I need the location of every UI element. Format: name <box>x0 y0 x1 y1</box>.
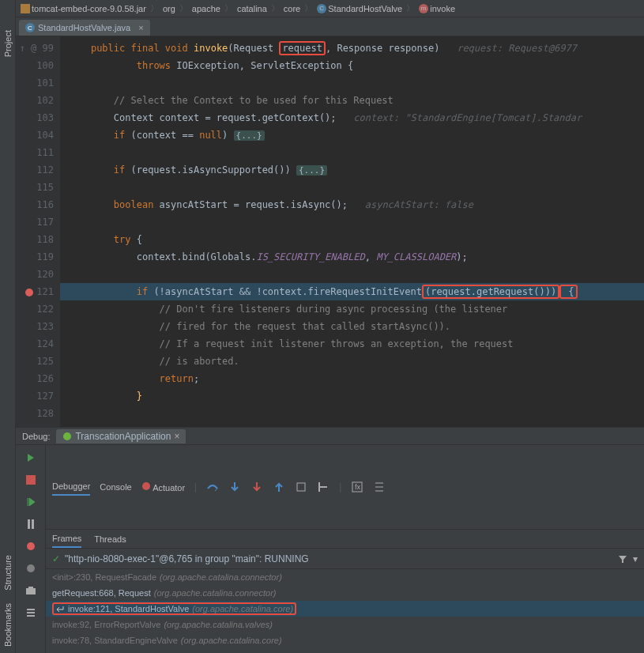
pause-button[interactable] <box>23 516 39 532</box>
camera-button[interactable] <box>23 583 39 598</box>
run-to-cursor-icon[interactable] <box>317 481 330 493</box>
bc-6[interactable]: invoke <box>430 4 455 13</box>
check-icon: ✓ <box>52 553 60 564</box>
svg-rect-2 <box>28 519 30 529</box>
tab-file[interactable]: C StandardHostValve.java × <box>19 20 150 36</box>
highlight-request-param: request <box>279 41 326 55</box>
debug-label: Debug: <box>22 432 50 441</box>
resume-button[interactable] <box>23 494 39 510</box>
frames-list: <init>:230, RequestFacade (org.apache.ca… <box>46 569 644 653</box>
close-icon[interactable]: × <box>174 431 179 442</box>
frame-row[interactable]: invoke:78, StandardEngineValve (org.apac… <box>46 632 644 648</box>
tab-threads[interactable]: Threads <box>94 531 126 547</box>
bc-0[interactable]: tomcat-embed-core-9.0.58.jar <box>32 4 146 13</box>
class-icon: C <box>317 4 326 13</box>
left-sidebar: Project Structure Bookmarks <box>0 0 16 653</box>
bc-5[interactable]: StandardHostValve <box>328 4 402 13</box>
rerun-button[interactable] <box>23 450 39 466</box>
svg-rect-12 <box>297 483 305 491</box>
spring-icon <box>62 432 72 441</box>
mute-breakpoints-button[interactable] <box>23 561 39 576</box>
svg-rect-8 <box>27 609 35 610</box>
step-into-icon[interactable] <box>228 481 241 493</box>
gutter: ↑ @ 99 100 101 102 103 104 111 112 115 1… <box>16 36 60 427</box>
step-over-icon[interactable] <box>206 481 219 493</box>
sidebar-structure[interactable]: Structure <box>0 549 15 597</box>
tab-label: StandardHostValve.java <box>38 23 130 32</box>
tab-debugger[interactable]: Debugger <box>52 478 90 496</box>
debug-run-tab[interactable]: TranscationApplication × <box>56 429 186 444</box>
svg-rect-1 <box>26 475 36 485</box>
fold-marker[interactable]: {...} <box>234 130 265 141</box>
frame-row[interactable]: service:359, CoyoteAdapter (org.apache.c… <box>46 648 644 653</box>
svg-rect-3 <box>32 519 34 529</box>
trace-icon[interactable] <box>373 481 386 493</box>
evaluate-icon[interactable]: fx <box>351 481 363 493</box>
breakpoint-icon[interactable] <box>25 289 33 296</box>
debug-app-name: TranscationApplication <box>75 431 171 442</box>
frame-row[interactable]: getRequest:668, Request (org.apache.cata… <box>46 585 644 601</box>
svg-rect-6 <box>26 588 36 594</box>
debug-left-toolbar <box>16 445 46 653</box>
thread-name: "http-nio-8080-exec-1"@6,765 in group "m… <box>65 553 309 564</box>
frame-row[interactable]: <init>:230, RequestFacade (org.apache.ca… <box>46 569 644 585</box>
editor: ↑ @ 99 100 101 102 103 104 111 112 115 1… <box>16 36 644 427</box>
svg-point-4 <box>27 542 35 550</box>
bc-2[interactable]: apache <box>192 4 220 13</box>
dropdown-icon[interactable]: ▾ <box>633 553 638 564</box>
svg-point-11 <box>142 482 150 490</box>
frame-row-current[interactable]: invoke:121, StandardHostValve (org.apach… <box>46 601 644 617</box>
highlight-getreq: (request.getRequest())) <box>422 285 559 299</box>
svg-rect-9 <box>27 612 35 613</box>
step-out-icon[interactable] <box>273 481 285 493</box>
class-icon: C <box>25 23 35 32</box>
svg-rect-10 <box>27 615 35 617</box>
sidebar-bookmarks[interactable]: Bookmarks <box>0 597 15 653</box>
debug-panel: Debug: TranscationApplication × Debug <box>16 427 644 653</box>
tab-frames[interactable]: Frames <box>52 530 81 548</box>
sidebar-project[interactable]: Project <box>0 24 15 63</box>
thread-selector[interactable]: ✓ "http-nio-8080-exec-1"@6,765 in group … <box>46 549 644 569</box>
method-icon: m <box>419 4 428 13</box>
svg-text:fx: fx <box>355 483 361 491</box>
stop-button[interactable] <box>23 472 39 488</box>
bc-3[interactable]: catalina <box>237 4 267 13</box>
return-icon <box>55 604 65 613</box>
svg-point-0 <box>63 432 71 440</box>
close-icon[interactable]: × <box>138 23 143 32</box>
filter-icon[interactable] <box>617 553 628 564</box>
fold-marker[interactable]: {...} <box>296 165 327 176</box>
bc-4[interactable]: core <box>284 4 300 13</box>
tab-actuator[interactable]: Actuator <box>141 478 185 496</box>
bc-1[interactable]: org <box>163 4 175 13</box>
settings-button[interactable] <box>23 605 39 621</box>
drop-frame-icon[interactable] <box>295 481 307 493</box>
frame-row[interactable]: invoke:92, ErrorReportValve (org.apache.… <box>46 617 644 632</box>
svg-rect-7 <box>28 587 33 589</box>
tab-console[interactable]: Console <box>100 479 131 495</box>
current-exec-line: if (!asyncAtStart && !context.fireReques… <box>60 283 644 300</box>
lib-icon <box>21 4 30 13</box>
svg-point-5 <box>27 564 35 572</box>
force-step-into-icon[interactable] <box>250 481 263 493</box>
code-area[interactable]: public final void invoke(Request request… <box>60 36 644 427</box>
editor-tabs: C StandardHostValve.java × <box>16 17 644 36</box>
view-breakpoints-button[interactable] <box>23 538 39 554</box>
breadcrumb: tomcat-embed-core-9.0.58.jar〉 org〉 apach… <box>16 0 644 17</box>
